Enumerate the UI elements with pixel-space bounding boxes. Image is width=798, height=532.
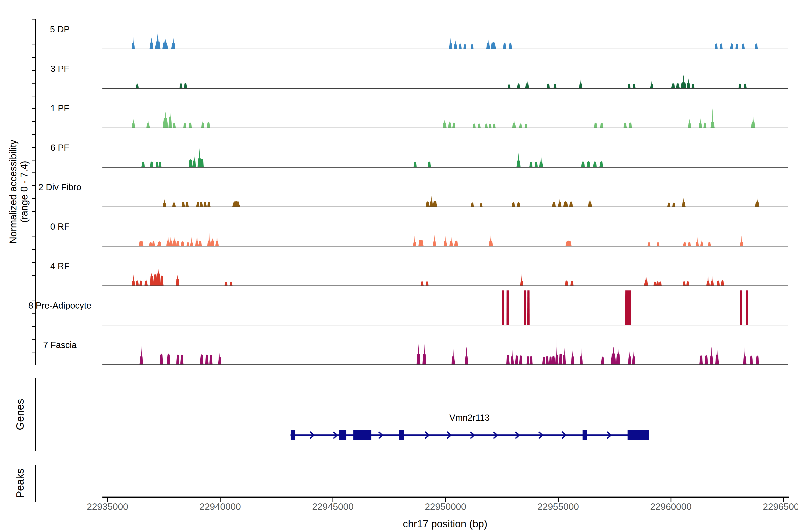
peak-1-PF [485,123,488,128]
peak-4-RF [520,273,523,285]
peak-8-Pre-Adipocyte [524,290,526,325]
peak-7-Fascia [209,354,213,364]
peak-3-PF [687,78,690,88]
x-axis-tick-label: 22945000 [312,501,354,512]
peak-0-RF [449,235,453,246]
peak-5-DP [491,42,496,49]
peak-5-DP [132,36,135,49]
accessibility-axis-tick [32,70,35,71]
peak-7-Fascia [506,354,510,364]
peak-7-Fascia [563,346,566,364]
peak-2-Div-Fibro [430,195,433,207]
peak-7-Fascia [543,357,545,364]
peak-4-RF [425,281,429,285]
peak-2-Div-Fibro [163,199,166,207]
peak-7-Fascia [632,352,635,364]
peak-0-RF [211,239,214,246]
peak-1-PF [132,119,135,128]
gene-exon [399,430,404,440]
peak-6-PF [193,155,196,167]
peak-6-PF [535,162,538,167]
peak-2-Div-Fibro [182,202,185,207]
peak-0-RF [139,241,144,246]
gene-name-label: Vmn2r113 [449,413,490,423]
peak-0-RF [149,242,152,246]
accessibility-axis-tick [32,301,35,301]
accessibility-axis-tick [32,57,35,58]
peak-7-Fascia [417,344,420,364]
coverage-track-6-PF [0,128,798,168]
accessibility-axis-tick [32,288,35,288]
peak-6-PF [593,161,597,167]
accessibility-axis-tick [32,339,35,340]
peak-2-Div-Fibro [232,201,240,207]
peak-0-RF [433,235,436,246]
peak-1-PF [163,112,168,128]
peak-1-PF [710,108,715,128]
peak-1-PF [189,122,192,128]
peak-1-PF [751,115,755,128]
peak-0-RF [657,239,660,246]
peak-0-RF [190,237,193,246]
peak-3-PF [525,79,529,88]
peak-0-RF [708,242,711,246]
peak-0-RF [700,240,703,246]
coverage-track-0-RF [0,207,798,247]
peak-1-PF [448,121,452,128]
peak-3-PF [184,83,187,88]
peak-3-PF [650,81,653,88]
peak-1-PF [473,123,475,128]
gene-exon [339,430,346,440]
peak-7-Fascia [710,347,713,364]
peak-4-RF [706,273,710,285]
peak-2-Div-Fibro [196,202,200,207]
coverage-track-2-Div-Fibro [0,168,798,207]
peak-2-Div-Fibro [672,202,675,207]
peak-7-Fascia [715,345,719,364]
peak-7-Fascia [139,346,143,364]
accessibility-axis-tick [32,365,35,365]
peak-1-PF [699,118,702,128]
peak-6-PF [539,154,543,167]
peak-5-DP [459,42,461,49]
peak-2-Div-Fibro [200,202,203,207]
peak-3-PF [179,83,183,88]
peak-7-Fascia [530,356,533,364]
peak-1-PF [624,122,627,128]
peak-3-PF [628,83,630,88]
peak-4-RF [145,278,148,285]
peak-2-Div-Fibro [588,198,592,207]
peak-0-RF [688,242,691,246]
peak-4-RF [176,274,179,285]
peak-0-RF [172,236,176,246]
peak-6-PF [201,158,204,167]
peak-5-DP [463,42,467,49]
peak-2-Div-Fibro [682,197,685,207]
peak-4-RF [717,280,720,285]
accessibility-axis-tick [32,121,35,122]
peak-0-RF [176,241,179,246]
peak-3-PF [547,83,550,88]
peak-5-DP [503,42,506,49]
accessibility-axis-tick [32,147,35,148]
peak-6-PF [600,161,603,167]
peak-1-PF [594,122,597,128]
peak-1-PF [489,123,491,128]
x-axis-tick-label: 22960000 [650,501,691,512]
peak-6-PF [156,162,158,167]
peak-3-PF [671,83,675,88]
accessibility-axis-tick [32,172,35,173]
peak-1-PF [512,119,516,128]
peak-6-PF [529,162,532,167]
peak-2-Div-Fibro [186,202,189,207]
peak-2-Div-Fibro [569,200,573,207]
peak-6-PF [197,148,201,167]
x-axis-tick-label: 22955000 [537,501,579,512]
peak-5-DP [742,43,745,49]
peak-8-Pre-Adipocyte [527,290,530,325]
peak-4-RF [225,281,227,285]
peak-3-PF [676,83,680,88]
peak-6-PF [516,153,520,167]
peak-4-RF [160,275,164,285]
peak-4-RF [656,281,659,285]
